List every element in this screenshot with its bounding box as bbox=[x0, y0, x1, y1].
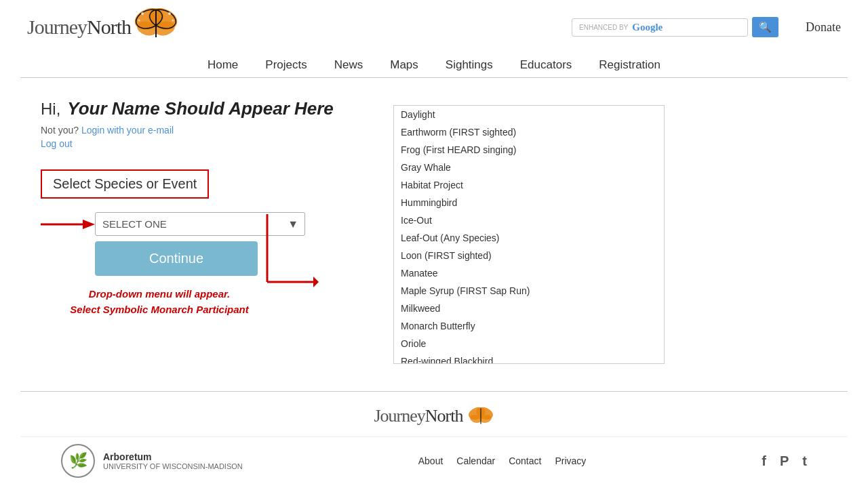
nav-sightings[interactable]: Sightings bbox=[432, 53, 507, 77]
list-item[interactable]: Manatee bbox=[394, 264, 664, 282]
list-item[interactable]: Milkweed bbox=[394, 300, 664, 317]
continue-button[interactable]: Continue bbox=[95, 241, 258, 276]
svg-point-7 bbox=[141, 12, 144, 15]
donate-button[interactable]: Donate bbox=[806, 20, 841, 35]
nav-home[interactable]: Home bbox=[194, 53, 252, 77]
arboretum-logo: 🌿 bbox=[61, 444, 95, 478]
svg-point-10 bbox=[172, 20, 174, 22]
svg-marker-12 bbox=[83, 220, 95, 229]
nav-registration[interactable]: Registration bbox=[585, 53, 674, 77]
footer-logo-text: JourneyNorth bbox=[374, 406, 463, 426]
dropdown-list-container: Daylight Earthworm (FIRST sighted) Frog … bbox=[393, 105, 665, 364]
list-item[interactable]: Oriole bbox=[394, 335, 664, 352]
greeting-name: Your Name Should Appear Here bbox=[67, 98, 334, 119]
nav-maps[interactable]: Maps bbox=[376, 53, 432, 77]
butterfly-icon bbox=[132, 0, 180, 47]
logout-link[interactable]: Log out bbox=[41, 138, 366, 149]
greeting-hi: Hi, bbox=[41, 100, 60, 119]
facebook-icon[interactable]: f bbox=[762, 453, 766, 469]
footer-social: f P t bbox=[762, 453, 807, 469]
nav-projects[interactable]: Projects bbox=[252, 53, 320, 77]
arrow-to-list bbox=[264, 214, 319, 312]
left-panel: Hi, Your Name Should Appear Here Not you… bbox=[41, 98, 366, 364]
login-link[interactable]: Login with your e-mail bbox=[81, 125, 174, 136]
list-item[interactable]: Daylight bbox=[394, 106, 664, 123]
list-item[interactable]: Frog (First HEARD singing) bbox=[394, 141, 664, 159]
footer-bottom: 🌿 Arboretum UNIVERSITY OF WISCONSIN-MADI… bbox=[20, 436, 848, 485]
list-item[interactable]: Loon (FIRST sighted) bbox=[394, 247, 664, 264]
arboretum-sub: UNIVERSITY OF WISCONSIN-MADISON bbox=[103, 462, 243, 470]
svg-point-8 bbox=[168, 12, 171, 15]
nav-news[interactable]: News bbox=[321, 53, 377, 77]
google-label: Google bbox=[632, 22, 663, 33]
enhanced-by-label: ENHANCED BY bbox=[579, 24, 628, 31]
instruction-line1: Drop-down menu will appear. bbox=[61, 287, 258, 302]
search-button[interactable]: 🔍 bbox=[752, 17, 778, 37]
list-item[interactable]: Gray Whale bbox=[394, 159, 664, 176]
logo: JourneyNorth bbox=[27, 7, 180, 47]
logo-area: JourneyNorth bbox=[27, 7, 180, 47]
dropdown-list: Daylight Earthworm (FIRST sighted) Frog … bbox=[394, 106, 664, 363]
main-content: Hi, Your Name Should Appear Here Not you… bbox=[0, 78, 868, 384]
footer-contact[interactable]: Contact bbox=[509, 455, 541, 466]
svg-point-9 bbox=[138, 20, 140, 22]
instruction-line2: Select Symbolic Monarch Participant bbox=[61, 302, 258, 318]
list-item[interactable]: Habitat Project bbox=[394, 176, 664, 194]
select-label-box: Select Species or Event bbox=[41, 169, 209, 199]
footer-privacy[interactable]: Privacy bbox=[555, 455, 586, 466]
footer-links: About Calendar Contact Privacy bbox=[418, 455, 587, 466]
list-item[interactable]: Monarch Butterfly bbox=[394, 317, 664, 335]
twitter-icon[interactable]: t bbox=[802, 453, 807, 469]
arboretum-name: Arboretum bbox=[103, 451, 243, 462]
footer-butterfly-icon bbox=[467, 403, 494, 430]
list-item[interactable]: Hummingbird bbox=[394, 194, 664, 211]
list-item[interactable]: Ice-Out bbox=[394, 211, 664, 229]
header: JourneyNorth bbox=[0, 0, 868, 47]
continue-area: Continue Drop-down menu will appear. Sel… bbox=[41, 241, 366, 317]
list-item[interactable]: Earthworm (FIRST sighted) bbox=[394, 123, 664, 141]
select-label-text: Select Species or Event bbox=[53, 176, 197, 191]
logo-text: JourneyNorth bbox=[27, 16, 131, 39]
right-panel: Daylight Earthworm (FIRST sighted) Frog … bbox=[393, 98, 827, 364]
horizontal-arrow-icon bbox=[41, 215, 95, 234]
pinterest-icon[interactable]: P bbox=[780, 453, 789, 469]
header-right: ENHANCED BY Google 🔍 Donate bbox=[572, 17, 841, 37]
footer-calendar[interactable]: Calendar bbox=[456, 455, 495, 466]
list-item[interactable]: Leaf-Out (Any Species) bbox=[394, 229, 664, 247]
footer-about[interactable]: About bbox=[418, 455, 443, 466]
list-item[interactable]: Maple Syrup (FIRST Sap Run) bbox=[394, 282, 664, 300]
footer-arboretum: 🌿 Arboretum UNIVERSITY OF WISCONSIN-MADI… bbox=[61, 444, 243, 478]
down-right-arrow-icon bbox=[264, 214, 319, 309]
arboretum-info: Arboretum UNIVERSITY OF WISCONSIN-MADISO… bbox=[103, 451, 243, 470]
nav-educators[interactable]: Educators bbox=[507, 53, 586, 77]
list-item[interactable]: Red-winged Blackbird bbox=[394, 352, 664, 363]
greeting-row: Hi, Your Name Should Appear Here bbox=[41, 98, 366, 119]
instruction-text: Drop-down menu will appear. Select Symbo… bbox=[61, 287, 258, 317]
svg-marker-15 bbox=[313, 277, 319, 287]
not-you-text: Not you? Login with your e-mail bbox=[41, 125, 366, 136]
nav: Home Projects News Maps Sightings Educat… bbox=[20, 47, 848, 78]
search-area: ENHANCED BY Google 🔍 bbox=[572, 17, 778, 37]
footer-logo: JourneyNorth bbox=[0, 392, 868, 436]
